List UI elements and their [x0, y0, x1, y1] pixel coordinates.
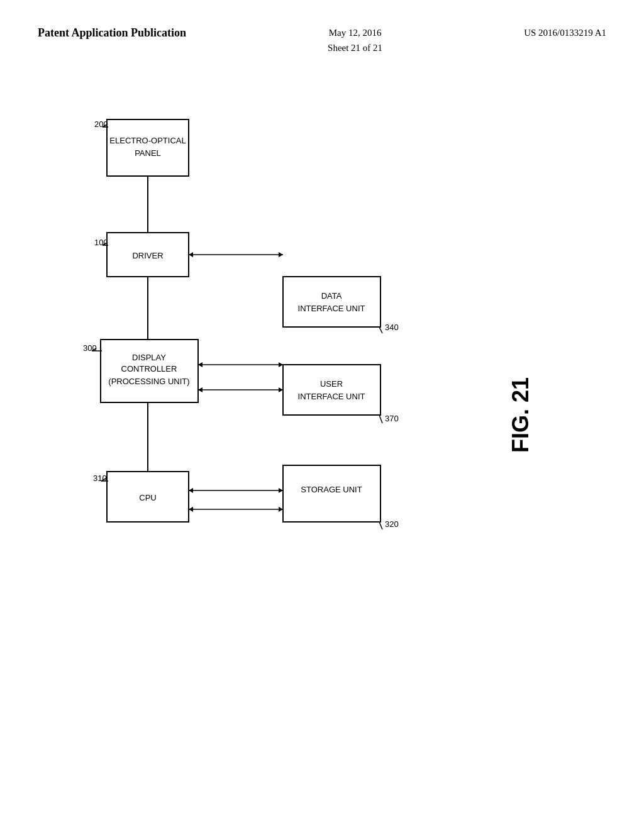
svg-text:INTERFACE UNIT: INTERFACE UNIT [298, 392, 365, 401]
svg-text:PANEL: PANEL [135, 148, 161, 158]
svg-marker-24 [279, 387, 283, 392]
patent-number: US 2016/0133219 A1 [524, 25, 606, 40]
svg-text:340: 340 [385, 323, 399, 332]
svg-marker-25 [198, 387, 203, 392]
svg-text:320: 320 [385, 519, 399, 529]
svg-line-30 [379, 327, 382, 333]
svg-rect-26 [283, 277, 380, 327]
sheet-info: May 12, 2016 Sheet 21 of 21 [328, 25, 382, 55]
svg-marker-42 [279, 488, 283, 493]
svg-rect-31 [283, 365, 380, 415]
svg-marker-21 [279, 362, 283, 367]
svg-text:ELECTRO-OPTICAL: ELECTRO-OPTICAL [109, 136, 186, 145]
page-header: Patent Application Publication May 12, 2… [0, 0, 644, 68]
svg-marker-46 [189, 507, 193, 512]
svg-text:DISPLAY: DISPLAY [132, 353, 166, 362]
svg-line-35 [379, 415, 382, 423]
svg-marker-45 [279, 507, 283, 512]
publication-label: Patent Application Publication [38, 25, 186, 41]
svg-marker-43 [189, 488, 193, 493]
svg-marker-12 [189, 252, 193, 257]
sheet-label: Sheet 21 of 21 [328, 43, 382, 53]
svg-line-50 [379, 522, 382, 529]
svg-text:370: 370 [385, 414, 399, 423]
diagram-area: text { font-family: 'Arial', sans-serif;… [38, 97, 579, 795]
figure-label: FIG. 21 [508, 377, 533, 453]
svg-text:STORAGE UNIT: STORAGE UNIT [301, 485, 362, 494]
date-label: May 12, 2016 [329, 28, 382, 38]
svg-text:(PROCESSING UNIT): (PROCESSING UNIT) [108, 377, 189, 386]
svg-text:CPU: CPU [139, 493, 156, 502]
svg-marker-22 [198, 362, 203, 367]
svg-text:DATA: DATA [321, 291, 342, 301]
svg-text:USER: USER [320, 379, 343, 389]
svg-text:INTERFACE UNIT: INTERFACE UNIT [298, 304, 365, 313]
svg-marker-11 [279, 252, 283, 257]
svg-rect-0 [107, 119, 189, 176]
svg-text:CONTROLLER: CONTROLLER [121, 364, 177, 374]
block-diagram: text { font-family: 'Arial', sans-serif;… [38, 97, 579, 795]
svg-text:DRIVER: DRIVER [132, 251, 163, 260]
